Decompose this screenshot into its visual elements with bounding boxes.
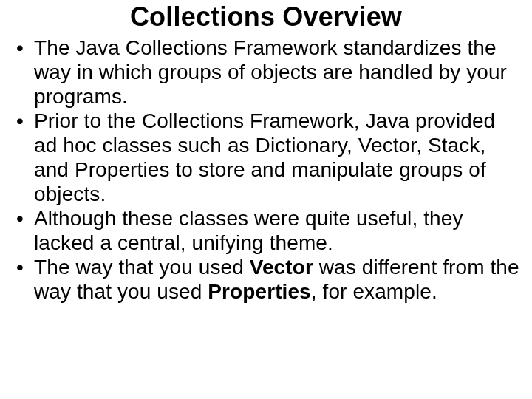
list-item: The way that you used Vector was differe… bbox=[15, 255, 523, 304]
body-text: The Java Collections Framework standardi… bbox=[34, 36, 507, 108]
list-item: The Java Collections Framework standardi… bbox=[15, 35, 523, 109]
list-item: Prior to the Collections Framework, Java… bbox=[15, 109, 523, 206]
slide-title: Collections Overview bbox=[0, 1, 532, 33]
slide: Collections Overview The Java Collection… bbox=[0, 0, 532, 399]
body-text: Prior to the Collections Framework, Java… bbox=[34, 109, 495, 205]
body-text: The way that you used bbox=[34, 256, 250, 279]
list-item: Although these classes were quite useful… bbox=[15, 206, 523, 255]
body-text: , for example. bbox=[311, 280, 437, 303]
bold-text: Properties bbox=[208, 280, 311, 303]
bold-text: Vector bbox=[250, 256, 313, 279]
body-text: Although these classes were quite useful… bbox=[34, 207, 463, 254]
bullet-list: The Java Collections Framework standardi… bbox=[0, 35, 532, 304]
